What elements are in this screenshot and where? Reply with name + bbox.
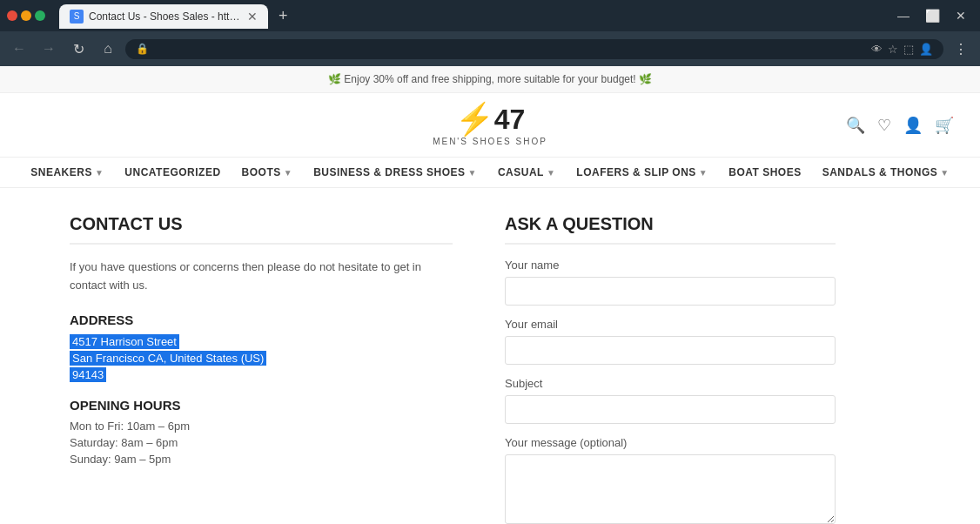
- nav-boots-arrow: ▼: [284, 168, 292, 178]
- nav-sneakers-label: SNEAKERS: [30, 166, 92, 178]
- site-header: ⚡ 47 MEN'S SHOES SHOP 🔍 ♡ 👤 🛒: [0, 93, 980, 158]
- window-controls: [7, 10, 45, 21]
- address-bar[interactable]: 🔒 discountshoesaleus.com/contact-us/ 👁 ☆…: [125, 39, 943, 59]
- nav-boots[interactable]: BOOTS ▼: [242, 166, 293, 178]
- address-line-3: 94143: [70, 367, 106, 382]
- name-label: Your name: [505, 259, 836, 272]
- contact-form: Your name Your email Subject Your messag…: [505, 259, 836, 524]
- site-logo[interactable]: ⚡ 47 MEN'S SHOES SHOP: [433, 104, 547, 146]
- forward-button[interactable]: →: [37, 37, 61, 61]
- nav-loafers-label: LOAFERS & SLIP ONS: [576, 166, 695, 178]
- address-line-1: 4517 Harrison Street: [70, 334, 179, 349]
- back-button[interactable]: ←: [7, 37, 31, 61]
- nav-casual-arrow: ▼: [547, 168, 555, 178]
- hours-saturday: Saturday: 8am – 6pm: [70, 436, 453, 449]
- subject-label: Subject: [505, 377, 836, 390]
- search-icon[interactable]: 🔍: [846, 116, 865, 135]
- contact-description: If you have questions or concerns then p…: [70, 259, 453, 295]
- address-title: ADDRESS: [70, 312, 453, 327]
- profile-icon[interactable]: 👤: [919, 43, 933, 56]
- more-options-button[interactable]: ⋮: [949, 37, 973, 61]
- header-icons: 🔍 ♡ 👤 🛒: [846, 116, 954, 135]
- window-minimize-button[interactable]: —: [890, 5, 916, 26]
- nav-boots-label: BOOTS: [242, 166, 281, 178]
- nav-boat-shoes-label: BOAT SHOES: [728, 166, 801, 178]
- address-line-2: San Francisco CA, United States (US): [70, 351, 266, 366]
- tab-title: Contact Us - Shoes Sales - http...: [89, 10, 242, 23]
- nav-uncategorized[interactable]: UNCATEGORIZED: [124, 166, 220, 178]
- wishlist-icon[interactable]: ♡: [877, 116, 891, 135]
- nav-sneakers-arrow: ▼: [95, 168, 104, 178]
- nav-boat-shoes[interactable]: BOAT SHOES: [728, 166, 801, 178]
- browser-navbar: ← → ↻ ⌂ 🔒 discountshoesaleus.com/contact…: [0, 31, 980, 66]
- browser-titlebar: S Contact Us - Shoes Sales - http... ✕ +…: [0, 0, 980, 31]
- name-input[interactable]: [505, 277, 836, 306]
- nav-business-dress-label: BUSINESS & DRESS SHOES: [313, 166, 465, 178]
- leaf-right-icon: 🌿: [639, 73, 652, 85]
- promo-text: Enjoy 30% off and free shipping, more su…: [344, 73, 635, 85]
- ask-question-title: ASK A QUESTION: [505, 214, 836, 245]
- nav-business-dress[interactable]: BUSINESS & DRESS SHOES ▼: [313, 166, 477, 178]
- cart-icon[interactable]: 🛒: [935, 116, 954, 135]
- browser-chrome: S Contact Us - Shoes Sales - http... ✕ +…: [0, 0, 980, 66]
- contact-us-title: CONTACT US: [70, 214, 453, 245]
- window-maximize-dot: [35, 10, 45, 21]
- leaf-left-icon: 🌿: [328, 73, 341, 85]
- extensions-icon[interactable]: ⬚: [903, 43, 914, 56]
- site-navigation: SNEAKERS ▼ UNCATEGORIZED BOOTS ▼ BUSINES…: [0, 158, 980, 188]
- window-close-dot: [7, 10, 17, 21]
- new-tab-button[interactable]: +: [272, 3, 295, 29]
- active-tab[interactable]: S Contact Us - Shoes Sales - http... ✕: [59, 4, 268, 29]
- subject-input[interactable]: [505, 395, 836, 424]
- contact-form-section: ASK A QUESTION Your name Your email Subj…: [505, 214, 836, 524]
- nav-uncategorized-label: UNCATEGORIZED: [124, 166, 220, 178]
- nav-casual[interactable]: CASUAL ▼: [498, 166, 555, 178]
- nav-sandals-label: SANDALS & THONGS: [822, 166, 938, 178]
- nav-sandals[interactable]: SANDALS & THONGS ▼: [822, 166, 950, 178]
- nav-sneakers[interactable]: SNEAKERS ▼: [30, 166, 104, 178]
- logo-bolt: ⚡: [455, 104, 494, 135]
- url-input[interactable]: discountshoesaleus.com/contact-us/: [156, 43, 864, 56]
- nav-loafers[interactable]: LOAFERS & SLIP ONS ▼: [576, 166, 708, 178]
- contact-info-section: CONTACT US If you have questions or conc…: [70, 214, 453, 524]
- logo-number: 47: [494, 105, 526, 133]
- hours-sunday: Sunday: 9am – 5pm: [70, 453, 453, 466]
- window-close-button[interactable]: ✕: [949, 5, 973, 26]
- email-input[interactable]: [505, 336, 836, 365]
- address-bar-icons: 👁 ☆ ⬚ 👤: [871, 43, 933, 56]
- nav-business-arrow: ▼: [468, 168, 477, 178]
- message-textarea[interactable]: [505, 454, 836, 524]
- website: 🌿 Enjoy 30% off and free shipping, more …: [0, 66, 980, 524]
- window-restore-button[interactable]: ⬜: [918, 5, 947, 26]
- eye-off-icon: 👁: [871, 43, 883, 56]
- tab-favicon: S: [70, 10, 84, 24]
- main-content: CONTACT US If you have questions or conc…: [0, 188, 980, 524]
- email-label: Your email: [505, 318, 836, 331]
- tab-close-button[interactable]: ✕: [247, 10, 258, 24]
- account-icon[interactable]: 👤: [903, 116, 923, 135]
- nav-loafers-arrow: ▼: [699, 168, 708, 178]
- message-label: Your message (optional): [505, 436, 836, 449]
- promo-banner: 🌿 Enjoy 30% off and free shipping, more …: [0, 66, 980, 93]
- logo-icon: ⚡ 47: [455, 104, 526, 135]
- logo-subtitle: MEN'S SHOES SHOP: [433, 137, 547, 146]
- refresh-button[interactable]: ↻: [66, 37, 91, 61]
- star-icon[interactable]: ☆: [888, 43, 898, 56]
- lock-icon: 🔒: [136, 43, 149, 55]
- window-minimize-dot: [21, 10, 31, 21]
- hours-title: OPENING HOURS: [70, 398, 453, 413]
- hours-weekday: Mon to Fri: 10am – 6pm: [70, 420, 453, 433]
- address-lines: 4517 Harrison Street San Francisco CA, U…: [70, 334, 453, 384]
- nav-casual-label: CASUAL: [498, 166, 544, 178]
- nav-sandals-arrow: ▼: [940, 168, 949, 178]
- home-button[interactable]: ⌂: [96, 37, 120, 61]
- window-controls-right: — ⬜ ✕: [890, 5, 973, 26]
- tab-bar: S Contact Us - Shoes Sales - http... ✕ +: [52, 3, 890, 29]
